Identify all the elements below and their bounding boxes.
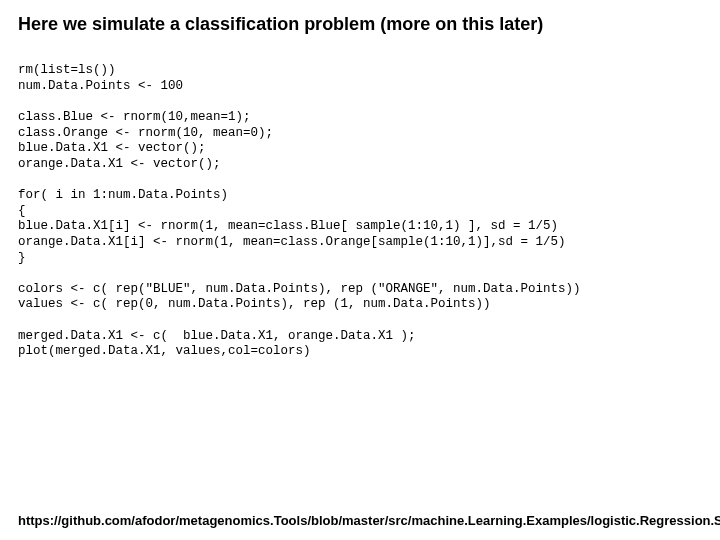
code-line: orange.Data.X1 <- vector(); [18,157,221,171]
code-line: { [18,204,26,218]
code-line: plot(merged.Data.X1, values,col=colors) [18,344,311,358]
code-line: class.Blue <- rnorm(10,mean=1); [18,110,251,124]
code-line: blue.Data.X1[i] <- rnorm(1, mean=class.B… [18,219,558,233]
code-line: } [18,251,26,265]
code-line: num.Data.Points <- 100 [18,79,183,93]
slide-page: Here we simulate a classification proble… [0,0,720,540]
code-line: rm(list=ls()) [18,63,116,77]
footer-link: https://github.com/afodor/metagenomics.T… [18,513,720,528]
code-line: orange.Data.X1[i] <- rnorm(1, mean=class… [18,235,566,249]
code-line: class.Orange <- rnorm(10, mean=0); [18,126,273,140]
code-line: values <- c( rep(0, num.Data.Points), re… [18,297,491,311]
code-block: rm(list=ls()) num.Data.Points <- 100 cla… [18,63,702,360]
code-line: colors <- c( rep("BLUE", num.Data.Points… [18,282,581,296]
code-line: merged.Data.X1 <- c( blue.Data.X1, orang… [18,329,416,343]
code-line: blue.Data.X1 <- vector(); [18,141,206,155]
slide-title: Here we simulate a classification proble… [18,14,702,35]
code-line: for( i in 1:num.Data.Points) [18,188,228,202]
